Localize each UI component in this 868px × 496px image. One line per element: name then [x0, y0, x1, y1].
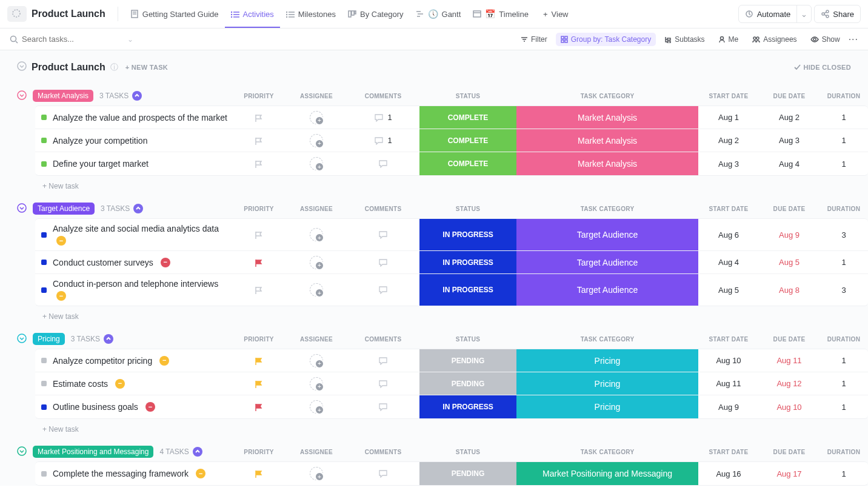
col-start-date[interactable]: START DATE	[698, 93, 759, 99]
cell-status[interactable]: PENDING	[419, 372, 516, 395]
group-name[interactable]: Market Analysis	[33, 90, 93, 102]
status-dot[interactable]	[41, 138, 47, 143]
status-dot[interactable]	[41, 115, 47, 120]
automate-button[interactable]: Automate ⌄	[738, 5, 812, 23]
cell-duration[interactable]: 1	[820, 349, 868, 372]
cell-assignee[interactable]	[286, 274, 347, 306]
search-input[interactable]	[22, 35, 124, 44]
cell-start-date[interactable]: Aug 1	[698, 106, 759, 129]
cell-comments[interactable]	[347, 395, 419, 418]
tab-by-category[interactable]: By Category	[342, 0, 410, 28]
tab-gantt[interactable]: 🕔Gantt	[410, 0, 467, 28]
task-row[interactable]: Analyze the value and prospects of the m…	[35, 106, 868, 129]
cell-priority[interactable]	[232, 152, 286, 175]
cell-status[interactable]: COMPLETE	[419, 106, 516, 129]
cell-category[interactable]: Target Audience	[516, 251, 698, 273]
add-view[interactable]: + View	[537, 0, 575, 28]
cell-comments[interactable]	[347, 349, 419, 372]
cell-priority[interactable]	[232, 274, 286, 306]
cell-assignee[interactable]	[286, 129, 347, 152]
cell-category[interactable]: Target Audience	[516, 219, 698, 250]
cell-status[interactable]: COMPLETE	[419, 129, 516, 152]
cell-status[interactable]: PENDING	[419, 462, 516, 485]
cell-duration[interactable]: 3	[820, 219, 868, 250]
cell-status[interactable]: PENDING	[419, 349, 516, 372]
col-priority[interactable]: PRIORITY	[232, 93, 286, 99]
status-dot[interactable]	[41, 287, 47, 293]
cell-assignee[interactable]	[286, 462, 347, 485]
cell-comments[interactable]: 1	[347, 129, 419, 152]
cell-duration[interactable]: 1	[820, 462, 868, 485]
col-due-date[interactable]: DUE DATE	[759, 336, 820, 343]
groupby-button[interactable]: Group by: Task Category	[556, 33, 656, 46]
cell-start-date[interactable]: Aug 2	[698, 129, 759, 152]
search-box[interactable]: ⌄	[10, 35, 133, 44]
cell-assignee[interactable]	[286, 395, 347, 418]
group-collapse-caret[interactable]	[17, 446, 27, 458]
cell-comments[interactable]	[347, 152, 419, 175]
workspace-icon[interactable]	[7, 6, 27, 22]
group-name[interactable]: Pricing	[33, 333, 65, 345]
status-dot[interactable]	[41, 161, 47, 167]
assignee-placeholder-icon[interactable]	[310, 256, 323, 269]
cell-category[interactable]: Market Analysis	[516, 106, 698, 129]
cell-due-date[interactable]: Aug 9	[759, 219, 820, 250]
cell-comments[interactable]	[347, 219, 419, 250]
cell-category[interactable]: Pricing	[516, 395, 698, 418]
priority-flag-icon[interactable]	[255, 380, 263, 388]
cell-duration[interactable]: 1	[820, 106, 868, 129]
status-dot[interactable]	[41, 471, 47, 477]
filter-button[interactable]: Filter	[516, 33, 552, 46]
cell-status[interactable]: IN PROGRESS	[419, 219, 516, 250]
task-row[interactable]: Analyze site and social media analytics …	[35, 219, 868, 251]
col-comments[interactable]: COMMENTS	[347, 93, 419, 99]
task-row[interactable]: Estimate costs − PENDING Pricing Aug 11 …	[35, 372, 868, 395]
chevron-down-icon[interactable]: ⌄	[796, 5, 811, 22]
col-duration[interactable]: DURATION	[820, 93, 868, 99]
priority-flag-icon[interactable]	[255, 469, 263, 478]
col-assignee[interactable]: ASSIGNEE	[286, 206, 347, 212]
cell-priority[interactable]	[232, 462, 286, 485]
cell-priority[interactable]	[232, 129, 286, 152]
group-sort-icon[interactable]	[193, 447, 202, 457]
new-task-row[interactable]: + New task	[17, 176, 868, 190]
assignee-placeholder-icon[interactable]	[310, 157, 323, 170]
cell-start-date[interactable]: Aug 11	[698, 372, 759, 395]
col-start-date[interactable]: START DATE	[698, 336, 759, 343]
priority-flag-icon[interactable]	[255, 159, 263, 168]
cell-duration[interactable]: 3	[820, 274, 868, 306]
cell-due-date[interactable]: Aug 12	[759, 372, 820, 395]
hide-closed-button[interactable]: HIDE CLOSED	[793, 64, 851, 71]
priority-flag-icon[interactable]	[255, 113, 263, 122]
cell-due-date[interactable]: Aug 5	[759, 251, 820, 273]
cell-status[interactable]: COMPLETE	[419, 152, 516, 175]
col-due-date[interactable]: DUE DATE	[759, 93, 820, 99]
status-dot[interactable]	[41, 232, 47, 238]
group-sort-icon[interactable]	[104, 334, 113, 344]
col-start-date[interactable]: START DATE	[698, 449, 759, 455]
list-title[interactable]: Product Launch	[32, 62, 105, 73]
priority-flag-icon[interactable]	[255, 230, 263, 239]
cell-comments[interactable]	[347, 274, 419, 306]
share-button[interactable]: Share	[814, 5, 861, 23]
cell-comments[interactable]	[347, 372, 419, 395]
cell-start-date[interactable]: Aug 3	[698, 152, 759, 175]
cell-comments[interactable]: 1	[347, 106, 419, 129]
cell-assignee[interactable]	[286, 372, 347, 395]
task-name[interactable]: Complete the messaging framework	[53, 469, 189, 478]
col-comments[interactable]: COMMENTS	[347, 336, 419, 343]
me-button[interactable]: Me	[713, 33, 744, 46]
status-dot[interactable]	[41, 260, 47, 265]
col-priority[interactable]: PRIORITY	[232, 336, 286, 343]
col-status[interactable]: STATUS	[419, 336, 516, 343]
col-task-category[interactable]: TASK CATEGORY	[516, 449, 698, 455]
cell-due-date[interactable]: Aug 17	[759, 462, 820, 485]
chevron-down-icon[interactable]: ⌄	[127, 35, 133, 44]
cell-start-date[interactable]: Aug 4	[698, 251, 759, 273]
task-row[interactable]: Analyze your competition 1 COMPLETE Mark…	[35, 129, 868, 152]
assignees-button[interactable]: Assignees	[747, 33, 801, 46]
cell-category[interactable]: Pricing	[516, 372, 698, 395]
priority-flag-icon[interactable]	[255, 286, 263, 294]
cell-assignee[interactable]	[286, 219, 347, 250]
task-row[interactable]: Complete the messaging framework − PENDI…	[35, 462, 868, 485]
